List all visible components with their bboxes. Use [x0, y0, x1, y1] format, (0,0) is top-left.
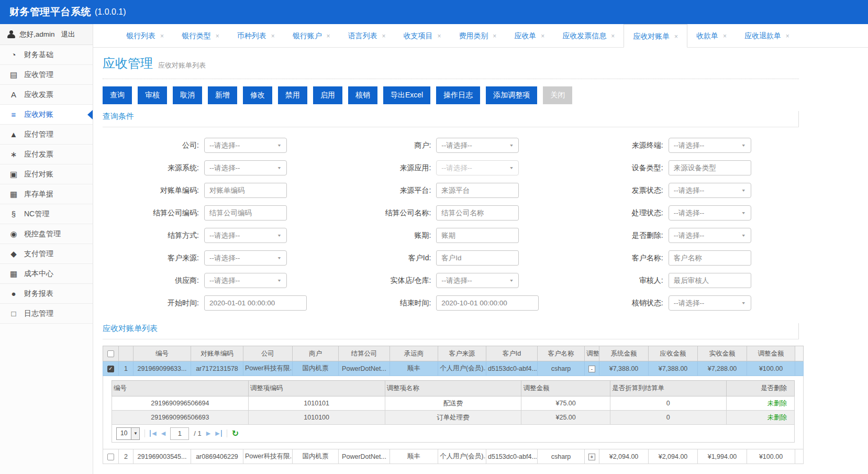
- field-control[interactable]: 客户Id ▼: [436, 250, 519, 266]
- toolbar-button[interactable]: 关闭: [543, 86, 572, 104]
- tab-close-icon[interactable]: ×: [327, 32, 330, 40]
- statement-row-1[interactable]: 1 291969099633... ar7172131578 Power科技有限…: [103, 361, 804, 376]
- field-control[interactable]: 最后审核人 ▼: [669, 273, 751, 288]
- tab[interactable]: 应收单 ×: [505, 24, 553, 47]
- tab-close-icon[interactable]: ×: [723, 32, 727, 40]
- sidebar-item[interactable]: § NC管理: [0, 204, 93, 224]
- field-control[interactable]: --请选择-- ▼: [204, 138, 287, 153]
- last-page-icon[interactable]: ▶: [215, 430, 221, 437]
- adjustment-row[interactable]: 2919690996506693 1010100 订单处理费 ¥25.00 0 …: [112, 411, 795, 425]
- field-control[interactable]: 来源平台 ▼: [436, 183, 519, 198]
- field-control[interactable]: 来源设备类型 ▼: [669, 160, 751, 175]
- logout-link[interactable]: 退出: [61, 30, 75, 39]
- toolbar-button[interactable]: 操作日志: [436, 86, 480, 104]
- tab[interactable]: 收支项目 ×: [395, 24, 450, 47]
- tab[interactable]: 银行列表 ×: [117, 24, 173, 47]
- field-control[interactable]: --请选择-- ▼: [204, 228, 287, 243]
- sidebar-item[interactable]: A 应收发票: [0, 85, 93, 105]
- sidebar-item[interactable]: ◉ 税控盘管理: [0, 224, 93, 244]
- sidebar-item[interactable]: ● 财务报表: [0, 284, 93, 304]
- prev-page-icon[interactable]: ◀: [161, 430, 165, 437]
- tab-close-icon[interactable]: ×: [541, 32, 544, 40]
- field-value: 客户名称: [674, 253, 702, 263]
- field-control[interactable]: --请选择-- ▼: [436, 273, 519, 288]
- query-field: 结算方式: --请选择-- ▼: [103, 228, 335, 243]
- tab-close-icon[interactable]: ×: [493, 32, 496, 40]
- tab-close-icon[interactable]: ×: [674, 33, 678, 40]
- field-control[interactable]: --请选择-- ▼: [669, 138, 751, 153]
- sidebar-item[interactable]: ▦ 库存单据: [0, 184, 93, 204]
- sidebar-item[interactable]: ▦ 成本中心: [0, 264, 93, 284]
- toolbar-button[interactable]: 启用: [313, 86, 342, 104]
- toolbar-button[interactable]: 修改: [243, 86, 272, 104]
- sidebar-item[interactable]: ▤ 应收管理: [0, 65, 93, 85]
- next-page-icon[interactable]: ▶: [206, 430, 210, 437]
- field-control[interactable]: --请选择-- ▼: [669, 183, 751, 198]
- field-control[interactable]: 账期 ▼: [436, 228, 519, 243]
- toolbar-button[interactable]: 添加调整项: [486, 86, 537, 104]
- field-control[interactable]: --请选择-- ▼: [204, 250, 287, 266]
- row-checkbox[interactable]: [107, 454, 114, 460]
- sidebar-item-label: 应付管理: [24, 130, 53, 139]
- sidebar-item[interactable]: ◔ 财务基础: [0, 45, 93, 65]
- field-control[interactable]: 2020-10-01 00:00:00 ▼: [436, 295, 539, 311]
- sidebar-item[interactable]: ≡ 应收对账: [0, 105, 93, 125]
- tab-close-icon[interactable]: ×: [437, 32, 441, 40]
- field-control[interactable]: 客户名称 ▼: [669, 250, 751, 266]
- refresh-icon[interactable]: ↻: [232, 428, 239, 438]
- tab[interactable]: 应收退款单 ×: [736, 24, 798, 47]
- statement-row-2[interactable]: 2 291969003545... ar0869406229 Power科技有限…: [103, 449, 804, 464]
- collapse-toggle-icon[interactable]: -: [588, 366, 595, 372]
- field-control[interactable]: 对账单编码 ▼: [204, 183, 287, 198]
- select-all-checkbox[interactable]: [107, 350, 114, 357]
- toolbar-button[interactable]: 导出Excel: [383, 86, 430, 104]
- tab[interactable]: 费用类别 ×: [450, 24, 505, 47]
- sidebar-item[interactable]: ◆ 支付管理: [0, 244, 93, 264]
- field-control[interactable]: --请选择-- ▼: [669, 205, 751, 221]
- sidebar-item[interactable]: □ 日志管理: [0, 304, 93, 324]
- field-control[interactable]: --请选择-- ▼: [436, 160, 519, 175]
- tab-close-icon[interactable]: ×: [786, 32, 789, 40]
- toolbar-button[interactable]: 新增: [208, 86, 237, 104]
- field-label: 账期:: [335, 231, 431, 240]
- field-control[interactable]: 结算公司编码 ▼: [204, 205, 287, 221]
- toolbar-button[interactable]: 查询: [103, 86, 132, 104]
- field-control[interactable]: --请选择-- ▼: [436, 138, 519, 153]
- field-label: 对账单编码:: [103, 186, 199, 195]
- first-page-icon[interactable]: ◀: [150, 430, 156, 437]
- tab[interactable]: 币种列表 ×: [228, 24, 284, 47]
- expanded-detail-cell: 编号 调整项编码 调整项名称 调整金额 是否折算到结算单 是否删除: [103, 376, 804, 449]
- field-control[interactable]: --请选择-- ▼: [204, 160, 287, 175]
- sidebar-item[interactable]: ∗ 应付发票: [0, 145, 93, 164]
- tab-label: 银行类型: [182, 31, 211, 40]
- sidebar-item[interactable]: ▲ 应付管理: [0, 125, 93, 145]
- page-size-select[interactable]: 10 ▼: [116, 427, 140, 440]
- main-panel: 应收管理 应收对账单列表 查询 审核 取消 新增 修改 禁用 启用: [93, 48, 868, 464]
- tab-close-icon[interactable]: ×: [216, 32, 219, 40]
- toolbar-button[interactable]: 审核: [138, 86, 167, 104]
- row-checkbox[interactable]: [107, 366, 114, 372]
- tab[interactable]: 银行账户 ×: [284, 24, 339, 47]
- toolbar-button[interactable]: 禁用: [278, 86, 307, 104]
- field-control[interactable]: 2020-01-01 00:00:00 ▼: [204, 295, 307, 311]
- tab[interactable]: 收款单 ×: [687, 24, 736, 47]
- tab[interactable]: 语言列表 ×: [339, 24, 395, 47]
- field-control[interactable]: --请选择-- ▼: [204, 273, 287, 288]
- field-control[interactable]: --请选择-- ▼: [669, 295, 751, 311]
- adjustment-row[interactable]: 2919690996506694 1010101 配送费 ¥75.00 0 未删…: [112, 396, 795, 411]
- field-control[interactable]: 结算公司名称 ▼: [436, 205, 519, 221]
- expand-toggle-icon[interactable]: +: [588, 454, 595, 460]
- cell-no: 291969003545...: [133, 449, 191, 464]
- field-control[interactable]: --请选择-- ▼: [669, 228, 751, 243]
- tab[interactable]: 银行类型 ×: [173, 24, 228, 47]
- sidebar-item[interactable]: ▣ 应付对账: [0, 164, 93, 184]
- tab[interactable]: 应收发票信息 ×: [553, 24, 624, 47]
- tab[interactable]: 应收对账单 ×: [624, 24, 687, 48]
- toolbar-button[interactable]: 核销: [348, 86, 377, 104]
- tab-close-icon[interactable]: ×: [160, 32, 164, 40]
- toolbar-button[interactable]: 取消: [173, 86, 202, 104]
- tab-close-icon[interactable]: ×: [271, 32, 275, 40]
- page-number-input[interactable]: 1: [170, 427, 189, 440]
- tab-close-icon[interactable]: ×: [382, 32, 386, 40]
- tab-close-icon[interactable]: ×: [611, 32, 615, 40]
